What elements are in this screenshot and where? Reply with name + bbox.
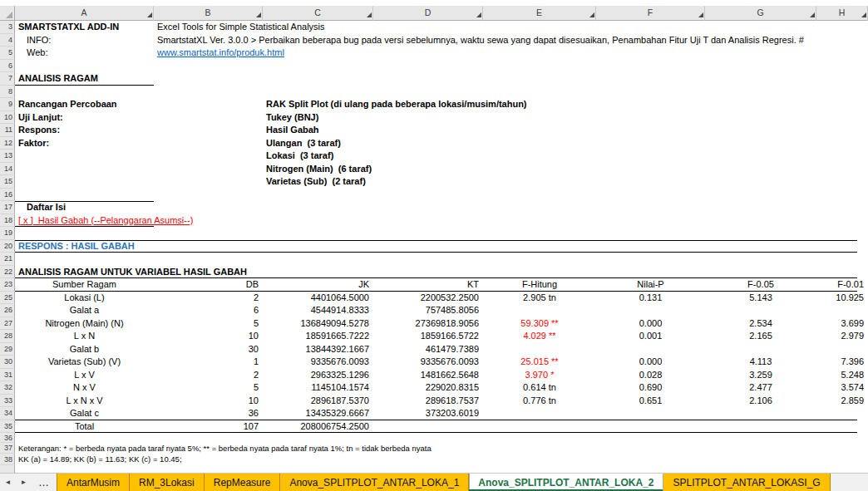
row-header-13[interactable]: 13 xyxy=(0,150,15,163)
cell-E28[interactable]: 4.029 ** xyxy=(483,330,596,343)
cell-F30[interactable]: 0.000 xyxy=(596,356,705,369)
cell-A11[interactable]: Respons: xyxy=(15,124,60,137)
cell-D23[interactable]: KT xyxy=(373,278,479,292)
cell-H25[interactable]: 10.925 xyxy=(816,292,864,305)
row-header-38[interactable]: 38 xyxy=(0,454,15,465)
row-header-21[interactable]: 21 xyxy=(0,253,15,266)
cell-C29[interactable]: 13844392.1667 xyxy=(263,343,369,356)
cell-H33[interactable]: 2.859 xyxy=(816,395,864,408)
cell-G32[interactable]: 2.477 xyxy=(705,381,816,395)
cell-F25[interactable]: 0.131 xyxy=(596,292,705,305)
row-header-29[interactable]: 29 xyxy=(0,343,15,356)
cell-E33[interactable]: 0.776 tn xyxy=(483,395,596,408)
row-header-5[interactable]: 5 xyxy=(0,47,15,60)
cell-G27[interactable]: 2.534 xyxy=(705,317,816,331)
cell-G30[interactable]: 4.113 xyxy=(705,356,816,369)
cell-C33[interactable]: 2896187.5370 xyxy=(263,395,369,408)
row-header-25[interactable]: 25 xyxy=(0,292,15,305)
cell-A10[interactable]: Uji Lanjut: xyxy=(15,111,63,125)
cell-A25[interactable]: Lokasi (L) xyxy=(15,292,154,305)
cell-H28[interactable]: 2.979 xyxy=(816,330,864,343)
prev-sheet-button[interactable]: ◄ xyxy=(0,474,16,491)
cell-B5[interactable]: www.smartstat.info/produk.html xyxy=(154,47,284,60)
row-header-23[interactable]: 23 xyxy=(0,278,15,292)
cell-D25[interactable]: 2200532.2500 xyxy=(373,292,479,305)
cell-F33[interactable]: 0.651 xyxy=(596,395,705,408)
row-header-10[interactable]: 10 xyxy=(0,111,15,125)
row-header-35[interactable]: 35 xyxy=(0,420,15,434)
cell-E27[interactable]: 59.309 ** xyxy=(483,317,596,331)
cell-B23[interactable]: DB xyxy=(154,278,259,292)
cell-G25[interactable]: 5.143 xyxy=(705,292,816,305)
cell-F32[interactable]: 0.690 xyxy=(596,381,705,395)
select-all-corner[interactable] xyxy=(0,6,15,21)
row-header-20[interactable]: 20 xyxy=(0,240,15,253)
cell-D30[interactable]: 9335676.0093 xyxy=(373,356,479,369)
row-header-22[interactable]: 22 xyxy=(0,266,15,279)
cell-C13[interactable]: Lokasi (3 taraf) xyxy=(263,150,333,163)
next-sheet-button[interactable]: ► xyxy=(16,474,32,491)
row-header-30[interactable]: 30 xyxy=(0,356,15,369)
row-header-14[interactable]: 14 xyxy=(0,163,15,176)
cell-B35[interactable]: 107 xyxy=(154,420,259,434)
row-header-12[interactable]: 12 xyxy=(0,137,15,150)
cell-G28[interactable]: 2.165 xyxy=(705,330,816,343)
cell-C27[interactable]: 136849094.5278 xyxy=(263,317,369,331)
cell-D31[interactable]: 1481662.5648 xyxy=(373,369,479,382)
cell-E25[interactable]: 2.905 tn xyxy=(483,292,596,305)
row-header-15[interactable]: 15 xyxy=(0,175,15,189)
cell-A28[interactable]: L x N xyxy=(15,330,154,343)
cell-B26[interactable]: 6 xyxy=(154,304,259,317)
cell-C34[interactable]: 13435329.6667 xyxy=(263,407,369,420)
row-header-7[interactable]: 7 xyxy=(0,72,15,86)
cell-B25[interactable]: 2 xyxy=(154,292,259,305)
cell-E30[interactable]: 25.015 ** xyxy=(483,356,596,369)
more-sheets-button[interactable]: … xyxy=(32,474,57,491)
cell-B28[interactable]: 10 xyxy=(154,330,259,343)
cell-G23[interactable]: F-0.05 xyxy=(705,278,816,292)
row-header-16[interactable]: 16 xyxy=(0,189,15,202)
cell-A17[interactable]: Daftar Isi xyxy=(15,201,66,214)
cell-C26[interactable]: 4544914.8333 xyxy=(263,304,369,317)
cell-C12[interactable]: Ulangan (3 taraf) xyxy=(263,137,341,150)
cell-C35[interactable]: 208006754.2500 xyxy=(263,420,369,434)
cell-A26[interactable]: Galat a xyxy=(15,304,154,317)
cell-B31[interactable]: 2 xyxy=(154,369,259,382)
cell-E31[interactable]: 3.970 * xyxy=(483,369,596,382)
cell-D29[interactable]: 461479.7389 xyxy=(373,343,479,356)
cell-H27[interactable]: 3.699 xyxy=(816,317,864,331)
cell-F27[interactable]: 0.000 xyxy=(596,317,705,331)
sheet-tab-SPLITPLOT_ANTAR_LOKASI_G[interactable]: SPLITPLOT_ANTAR_LOKASI_G xyxy=(663,474,830,491)
cell-A12[interactable]: Faktor: xyxy=(15,137,49,150)
cell-A38[interactable]: KK (a) = 14.89; KK (b) = 11.63; KK (c) =… xyxy=(15,454,182,465)
row-header-9[interactable]: 9 xyxy=(0,98,15,111)
cell-A7[interactable]: ANALISIS RAGAM xyxy=(15,72,98,86)
cell-H31[interactable]: 5.248 xyxy=(816,369,864,382)
row-header-17[interactable]: 17 xyxy=(0,201,15,214)
cell-E32[interactable]: 0.614 tn xyxy=(483,381,596,395)
cell-A27[interactable]: Nitrogen (Main) (N) xyxy=(15,317,154,331)
sheet-tab-Anova_SPLITPLOT_ANTAR_LOKA_1[interactable]: Anova_SPLITPLOT_ANTAR_LOKA_1 xyxy=(280,474,469,491)
row-header-27[interactable]: 27 xyxy=(0,317,15,331)
sheet-tab-Anova_SPLITPLOT_ANTAR_LOKA_2[interactable]: Anova_SPLITPLOT_ANTAR_LOKA_2 xyxy=(469,474,663,491)
cell-G33[interactable]: 2.106 xyxy=(705,395,816,408)
cell-D27[interactable]: 27369818.9056 xyxy=(373,317,479,331)
cell-D26[interactable]: 757485.8056 xyxy=(373,304,479,317)
row-header-6[interactable]: 6 xyxy=(0,60,15,73)
cell-A37[interactable]: Keterangan: * = berbeda nyata pada taraf… xyxy=(15,443,432,454)
row-header-32[interactable]: 32 xyxy=(0,381,15,395)
cell-C11[interactable]: Hasil Gabah xyxy=(263,124,319,137)
cell-A33[interactable]: L x N x V xyxy=(15,395,154,408)
row-header-31[interactable]: 31 xyxy=(0,369,15,382)
row-header-18[interactable]: 18 xyxy=(0,214,15,228)
cell-B34[interactable]: 36 xyxy=(154,407,259,420)
row-header-37[interactable]: 37 xyxy=(0,443,15,454)
cell-A4[interactable]: INFO: xyxy=(15,34,51,47)
row-header-26[interactable]: 26 xyxy=(0,304,15,317)
cell-F23[interactable]: Nilai-P xyxy=(596,278,705,292)
cell-H23[interactable]: F-0.01 xyxy=(816,278,864,292)
cell-B3[interactable]: Excel Tools for Simple Statistical Analy… xyxy=(154,21,325,34)
row-header-4[interactable]: 4 xyxy=(0,34,15,47)
cell-D28[interactable]: 1859166.5722 xyxy=(373,330,479,343)
cell-B4[interactable]: SmartstatXL Ver. 3.0.0 > Perbaikan beber… xyxy=(154,34,804,47)
